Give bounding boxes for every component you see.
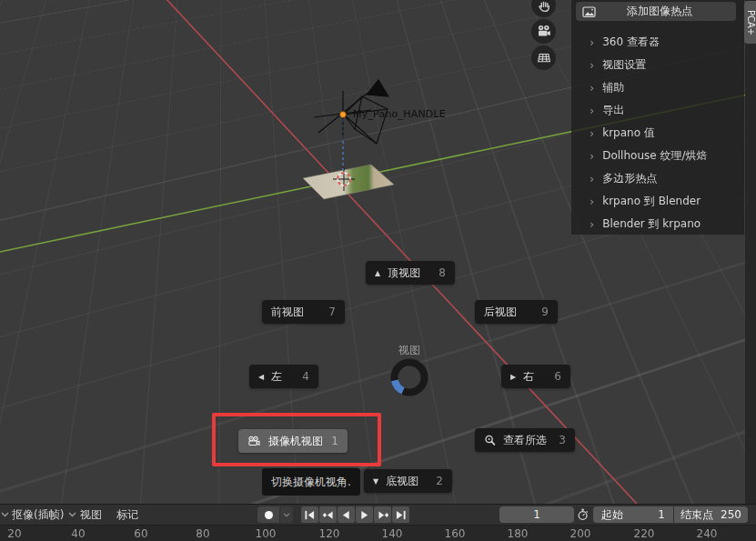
pie-item-label: 前视图	[271, 305, 304, 320]
pie-item-front-view[interactable]: 前视图 7	[262, 300, 345, 324]
image-icon	[582, 5, 596, 18]
object-origin-dot	[340, 112, 347, 118]
hand-icon	[537, 0, 551, 13]
marker-menu[interactable]: 标记	[116, 505, 138, 525]
sidebar-section-polygon-hotspot[interactable]: › 多边形热点	[590, 169, 657, 187]
ruler-tick-label: 100	[256, 527, 277, 540]
pie-item-label: 左	[271, 369, 282, 385]
shortcut-key: 2	[436, 475, 443, 487]
jump-to-end-icon	[395, 510, 407, 520]
start-frame-field[interactable]: 起始 1	[593, 506, 673, 523]
current-frame-field[interactable]: 1	[499, 506, 574, 523]
sidebar-section-360-viewer[interactable]: › 360 查看器	[590, 33, 660, 51]
pie-item-left-view[interactable]: ◀ 左 4	[249, 365, 318, 388]
next-keyframe-button[interactable]	[374, 506, 391, 523]
sidebar-section-label: krpano 值	[602, 125, 655, 141]
ruler-tick-label: 220	[634, 527, 655, 540]
pie-menu-ring	[389, 357, 429, 397]
sidebar-section-label: Dollhouse 纹理/烘焙	[602, 148, 707, 164]
jump-to-start-button[interactable]	[301, 506, 318, 523]
jump-to-start-icon	[304, 510, 316, 520]
sidebar-section-dollhouse[interactable]: › Dollhouse 纹理/烘焙	[590, 146, 708, 165]
pie-item-bottom-view[interactable]: ▼ 底视图 2	[364, 469, 452, 493]
chevron-down-icon	[283, 513, 290, 517]
editor-type-dropdown[interactable]	[1, 505, 9, 525]
stopwatch-icon	[577, 508, 590, 521]
ruler-tick-label: 180	[508, 527, 529, 540]
shortcut-key: 7	[328, 306, 336, 318]
start-frame-label: 起始	[601, 507, 623, 523]
shortcut-key: 3	[559, 434, 566, 446]
use-preview-range-button[interactable]	[575, 506, 591, 523]
ruler-tick-label: 120	[319, 527, 340, 540]
shortcut-key: 6	[554, 370, 561, 383]
camera-view-gizmo[interactable]	[531, 19, 556, 44]
pie-item-label: 底视图	[386, 474, 418, 489]
record-options-dropdown[interactable]	[280, 506, 293, 523]
shortcut-key: 8	[438, 266, 446, 279]
play-icon	[358, 510, 370, 520]
sidebar-section-krpano-values[interactable]: › krpano 值	[590, 124, 655, 142]
end-frame-label: 结束点	[680, 507, 713, 523]
arrow-up-icon: ▲	[375, 269, 380, 277]
keying-menu[interactable]: 抠像(插帧)	[12, 505, 76, 525]
grid-icon	[537, 51, 551, 65]
sidebar-section-label: 视图设置	[602, 57, 646, 73]
end-frame-field[interactable]: 结束点 250	[674, 506, 748, 523]
chevron-right-icon: ›	[590, 82, 594, 94]
timeline-editor: 抠像(插帧) 视图 标记	[0, 504, 756, 541]
chevron-right-icon: ›	[590, 59, 594, 71]
sidebar-section-export[interactable]: › 导出	[590, 101, 624, 119]
shortcut-key: 4	[302, 370, 309, 383]
ruler-tick-label: 80	[196, 527, 209, 540]
arrow-left-icon: ◀	[258, 373, 264, 381]
pie-item-camera-view[interactable]: 摄像机视图 1	[238, 429, 348, 453]
start-frame-value: 1	[658, 508, 665, 521]
movie-camera-icon	[247, 436, 261, 447]
magnifier-icon	[484, 435, 496, 446]
sidebar-tab-column	[745, 0, 756, 504]
pano-image-plane	[303, 165, 394, 199]
current-frame-value: 1	[533, 508, 540, 521]
shortcut-key: 1	[331, 435, 338, 447]
play-button[interactable]	[356, 506, 373, 523]
chevron-right-icon: ›	[590, 150, 594, 162]
ruler-tick-label: 240	[697, 527, 718, 540]
prev-keyframe-button[interactable]	[319, 506, 337, 523]
ruler-tick-label: 140	[382, 527, 403, 540]
pie-item-right-view[interactable]: ▶ 右 6	[501, 365, 570, 388]
pie-item-view-selected[interactable]: 查看所选 3	[475, 428, 575, 452]
timeline-header: 抠像(插帧) 视图 标记	[0, 505, 756, 525]
pie-item-back-view[interactable]: 后视图 9	[475, 300, 558, 324]
jump-to-end-button[interactable]	[392, 506, 409, 523]
panel-title: 添加图像热点	[596, 4, 736, 19]
play-reverse-icon	[340, 510, 352, 520]
viewport-3d[interactable]: My_Pano_HANDLE	[0, 0, 756, 504]
pie-item-label: 顶视图	[388, 265, 420, 281]
pie-item-top-view[interactable]: ▲ 顶视图 8	[366, 261, 455, 285]
prev-keyframe-icon	[322, 510, 335, 520]
sidebar-panel-header[interactable]: 添加图像热点	[576, 2, 736, 21]
sidebar-section-label: Blender 到 krpano	[602, 216, 701, 232]
timeline-ruler[interactable]: 20 40 60 80 100 120 140 160 180 200 220 …	[0, 525, 756, 541]
view-menu-label: 视图	[80, 507, 102, 523]
chevron-down-icon	[1, 512, 9, 517]
playback-controls	[301, 506, 409, 523]
sidebar-section-view-settings[interactable]: › 视图设置	[590, 55, 646, 74]
perspective-toggle-gizmo[interactable]	[531, 45, 556, 70]
play-reverse-button[interactable]	[338, 506, 355, 523]
sidebar-section-assist[interactable]: › 辅助	[590, 78, 624, 96]
camera-view-tooltip: 切换摄像机视角.	[262, 468, 360, 496]
pie-menu-title: 视图	[377, 343, 442, 358]
chevron-right-icon: ›	[590, 36, 594, 48]
pie-direction-arc	[395, 380, 403, 391]
pie-item-label: 摄像机视图	[268, 434, 323, 449]
sidebar-tab-pca[interactable]: PCA+	[744, 1, 756, 44]
view-menu[interactable]: 视图	[80, 505, 102, 525]
record-button[interactable]	[257, 506, 279, 523]
sidebar-section-blender-to-krpano[interactable]: › Blender 到 krpano	[590, 215, 701, 233]
pie-item-label: 查看所选	[503, 433, 547, 448]
sidebar-section-krpano-to-blender[interactable]: › krpano 到 Blender	[590, 192, 701, 210]
movie-camera-icon	[537, 25, 551, 38]
marker-menu-label: 标记	[116, 507, 138, 523]
